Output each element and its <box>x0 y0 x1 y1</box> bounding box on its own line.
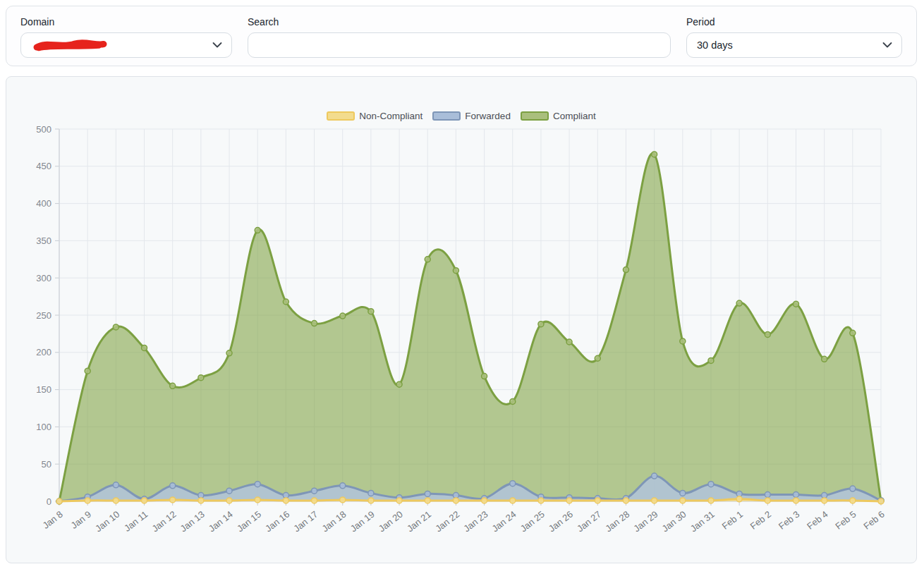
data-point <box>680 338 686 344</box>
data-point <box>793 491 798 497</box>
data-point <box>142 498 147 503</box>
period-select[interactable]: 30 days <box>686 32 902 58</box>
data-point <box>113 498 118 503</box>
svg-text:Feb 4: Feb 4 <box>805 509 829 532</box>
svg-text:250: 250 <box>36 310 51 321</box>
period-label: Period <box>686 16 902 27</box>
svg-text:Jan 21: Jan 21 <box>405 509 433 534</box>
svg-text:50: 50 <box>42 459 51 470</box>
search-field-group: Search <box>248 16 671 66</box>
svg-text:Feb 3: Feb 3 <box>777 509 801 532</box>
period-select-value: 30 days <box>697 39 733 51</box>
data-point <box>850 498 856 503</box>
data-point <box>396 498 402 503</box>
data-point <box>283 299 288 305</box>
data-point <box>142 345 147 350</box>
data-point <box>538 322 544 327</box>
svg-text:200: 200 <box>36 347 51 357</box>
data-point <box>226 488 232 494</box>
data-point <box>708 482 714 487</box>
data-point <box>255 228 260 233</box>
chart-legend: Non-Compliant Forwarded Compliant <box>6 111 916 121</box>
page: Domain Search Period 30 days <box>0 0 924 569</box>
svg-text:100: 100 <box>36 422 51 432</box>
data-point <box>425 491 430 496</box>
data-point <box>680 490 686 496</box>
data-point <box>623 267 628 273</box>
svg-text:Feb 5: Feb 5 <box>833 509 858 532</box>
data-point <box>878 498 884 504</box>
svg-text:Jan 27: Jan 27 <box>575 509 603 534</box>
data-point <box>736 300 742 306</box>
legend-swatch-non-compliant <box>327 111 355 121</box>
period-field-group: Period 30 days <box>686 16 902 66</box>
legend-label-compliant: Compliant <box>553 111 596 121</box>
legend-item-non-compliant[interactable]: Non-Compliant <box>327 111 423 121</box>
data-point <box>736 496 742 502</box>
legend-item-forwarded[interactable]: Forwarded <box>432 111 511 121</box>
svg-text:150: 150 <box>36 384 51 395</box>
svg-text:Jan 15: Jan 15 <box>235 509 263 534</box>
svg-text:Jan 22: Jan 22 <box>433 509 461 534</box>
data-point <box>312 321 317 326</box>
data-point <box>510 498 516 503</box>
svg-text:Jan 11: Jan 11 <box>122 509 150 534</box>
data-point <box>198 375 204 381</box>
search-input[interactable] <box>248 32 671 58</box>
data-point <box>765 498 770 503</box>
data-point <box>708 357 714 363</box>
data-point <box>170 497 176 503</box>
data-point <box>340 483 346 489</box>
svg-text:Jan 13: Jan 13 <box>178 509 207 534</box>
svg-text:Jan 9: Jan 9 <box>69 509 93 531</box>
svg-text:Jan 10: Jan 10 <box>93 509 121 534</box>
data-point <box>822 498 827 503</box>
svg-text:0: 0 <box>47 496 51 507</box>
data-point <box>510 398 516 404</box>
data-point <box>198 498 204 503</box>
data-point <box>368 490 374 496</box>
legend-label-forwarded: Forwarded <box>465 111 511 121</box>
data-point <box>85 368 90 374</box>
compliance-area-chart: 050100150200250300350400450500Jan 8Jan 9… <box>6 77 916 563</box>
svg-text:Jan 12: Jan 12 <box>150 509 178 534</box>
svg-text:Jan 23: Jan 23 <box>461 509 490 534</box>
legend-item-compliant[interactable]: Compliant <box>521 111 596 121</box>
data-point <box>765 331 770 337</box>
data-point <box>765 491 770 497</box>
y-axis-labels: 050100150200250300350400450500 <box>36 124 51 507</box>
data-point <box>453 268 458 274</box>
svg-text:Jan 8: Jan 8 <box>41 509 65 531</box>
redaction-mark <box>31 38 110 52</box>
svg-text:300: 300 <box>36 273 51 283</box>
chevron-down-icon <box>212 42 222 49</box>
data-point <box>793 498 798 503</box>
data-point <box>425 498 430 503</box>
svg-text:Feb 6: Feb 6 <box>861 509 886 532</box>
data-point <box>255 482 260 487</box>
chevron-down-icon <box>882 42 892 49</box>
domain-select[interactable] <box>20 32 232 58</box>
svg-text:Feb 2: Feb 2 <box>748 509 773 532</box>
data-point <box>312 498 317 503</box>
data-point <box>652 498 657 503</box>
data-point <box>340 313 346 319</box>
data-point <box>652 473 657 479</box>
data-point <box>255 497 260 503</box>
svg-text:Jan 26: Jan 26 <box>547 509 575 534</box>
svg-text:Jan 18: Jan 18 <box>320 509 348 534</box>
svg-text:450: 450 <box>36 161 51 171</box>
data-point <box>708 498 714 503</box>
svg-text:350: 350 <box>36 235 51 246</box>
data-point <box>566 339 572 345</box>
data-point <box>595 355 600 361</box>
search-label: Search <box>248 16 671 27</box>
svg-text:Jan 30: Jan 30 <box>660 509 688 534</box>
svg-text:Jan 14: Jan 14 <box>207 509 235 534</box>
svg-text:Jan 24: Jan 24 <box>490 509 518 534</box>
svg-text:400: 400 <box>36 198 51 209</box>
data-point <box>793 301 798 307</box>
legend-label-non-compliant: Non-Compliant <box>359 111 423 121</box>
legend-swatch-forwarded <box>432 111 461 121</box>
chart-card: Non-Compliant Forwarded Compliant 050100… <box>6 76 917 563</box>
